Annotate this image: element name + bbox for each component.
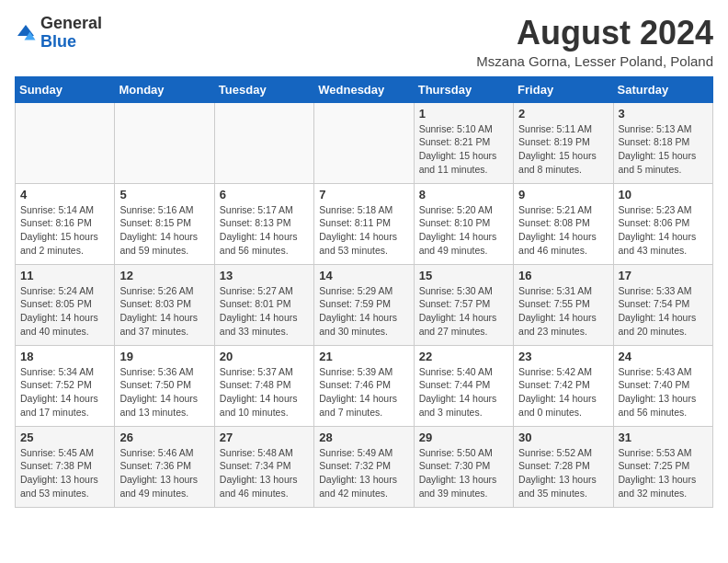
day-cell-31: 31Sunrise: 5:53 AMSunset: 7:25 PMDayligh… xyxy=(613,426,712,507)
day-detail: Sunrise: 5:39 AMSunset: 7:46 PMDaylight:… xyxy=(319,365,408,419)
col-header-tuesday: Tuesday xyxy=(214,76,313,102)
day-cell-27: 27Sunrise: 5:48 AMSunset: 7:34 PMDayligh… xyxy=(214,426,313,507)
day-cell-1: 1Sunrise: 5:10 AMSunset: 8:21 PMDaylight… xyxy=(414,102,513,183)
col-header-thursday: Thursday xyxy=(414,76,513,102)
title-block: August 2024 Mszana Gorna, Lesser Poland,… xyxy=(476,15,713,69)
day-detail: Sunrise: 5:11 AMSunset: 8:19 PMDaylight:… xyxy=(518,122,608,177)
month-year: August 2024 xyxy=(476,15,713,52)
col-header-monday: Monday xyxy=(115,76,214,102)
day-detail: Sunrise: 5:29 AMSunset: 7:59 PMDaylight:… xyxy=(319,284,408,339)
week-row-3: 11Sunrise: 5:24 AMSunset: 8:05 PMDayligh… xyxy=(16,264,713,345)
day-detail: Sunrise: 5:17 AMSunset: 8:13 PMDaylight:… xyxy=(220,203,309,258)
day-number: 2 xyxy=(518,107,608,121)
location: Mszana Gorna, Lesser Poland, Poland xyxy=(476,53,713,69)
week-row-5: 25Sunrise: 5:45 AMSunset: 7:38 PMDayligh… xyxy=(16,426,713,507)
day-detail: Sunrise: 5:45 AMSunset: 7:38 PMDaylight:… xyxy=(20,446,109,500)
day-cell-9: 9Sunrise: 5:21 AMSunset: 8:08 PMDaylight… xyxy=(514,183,613,264)
day-number: 29 xyxy=(419,431,508,444)
day-header-row: SundayMondayTuesdayWednesdayThursdayFrid… xyxy=(16,76,713,102)
day-number: 6 xyxy=(220,188,309,201)
day-number: 10 xyxy=(619,188,708,201)
day-number: 3 xyxy=(619,107,708,121)
day-detail: Sunrise: 5:42 AMSunset: 7:42 PMDaylight:… xyxy=(518,365,608,419)
week-row-2: 4Sunrise: 5:14 AMSunset: 8:16 PMDaylight… xyxy=(16,183,713,264)
day-cell-12: 12Sunrise: 5:26 AMSunset: 8:03 PMDayligh… xyxy=(115,264,214,345)
day-cell-23: 23Sunrise: 5:42 AMSunset: 7:42 PMDayligh… xyxy=(514,345,613,426)
day-detail: Sunrise: 5:23 AMSunset: 8:06 PMDaylight:… xyxy=(619,203,708,258)
day-number: 20 xyxy=(220,350,309,363)
day-number: 15 xyxy=(419,269,508,282)
day-number: 4 xyxy=(20,188,109,201)
day-detail: Sunrise: 5:13 AMSunset: 8:18 PMDaylight:… xyxy=(619,122,708,177)
col-header-saturday: Saturday xyxy=(613,76,712,102)
day-cell-30: 30Sunrise: 5:52 AMSunset: 7:28 PMDayligh… xyxy=(514,426,613,507)
logo: General Blue xyxy=(15,15,102,52)
day-detail: Sunrise: 5:49 AMSunset: 7:32 PMDaylight:… xyxy=(319,446,408,500)
page-header: General Blue August 2024 Mszana Gorna, L… xyxy=(15,15,713,69)
logo-general: General xyxy=(40,14,102,32)
day-cell-empty xyxy=(314,102,414,183)
day-cell-5: 5Sunrise: 5:16 AMSunset: 8:15 PMDaylight… xyxy=(115,183,214,264)
day-detail: Sunrise: 5:18 AMSunset: 8:11 PMDaylight:… xyxy=(319,203,408,258)
day-detail: Sunrise: 5:43 AMSunset: 7:40 PMDaylight:… xyxy=(619,365,708,419)
logo-icon xyxy=(15,22,37,44)
col-header-friday: Friday xyxy=(514,76,613,102)
day-cell-26: 26Sunrise: 5:46 AMSunset: 7:36 PMDayligh… xyxy=(115,426,214,507)
day-cell-17: 17Sunrise: 5:33 AMSunset: 7:54 PMDayligh… xyxy=(613,264,712,345)
day-cell-2: 2Sunrise: 5:11 AMSunset: 8:19 PMDaylight… xyxy=(514,102,613,183)
day-detail: Sunrise: 5:10 AMSunset: 8:21 PMDaylight:… xyxy=(419,122,508,177)
day-cell-15: 15Sunrise: 5:30 AMSunset: 7:57 PMDayligh… xyxy=(414,264,513,345)
day-detail: Sunrise: 5:40 AMSunset: 7:44 PMDaylight:… xyxy=(419,365,508,419)
day-cell-8: 8Sunrise: 5:20 AMSunset: 8:10 PMDaylight… xyxy=(414,183,513,264)
day-detail: Sunrise: 5:20 AMSunset: 8:10 PMDaylight:… xyxy=(419,203,508,258)
day-number: 25 xyxy=(20,431,109,444)
day-cell-29: 29Sunrise: 5:50 AMSunset: 7:30 PMDayligh… xyxy=(414,426,513,507)
day-detail: Sunrise: 5:46 AMSunset: 7:36 PMDaylight:… xyxy=(119,446,209,500)
day-number: 7 xyxy=(319,188,408,201)
day-number: 23 xyxy=(518,350,608,363)
day-cell-4: 4Sunrise: 5:14 AMSunset: 8:16 PMDaylight… xyxy=(16,183,115,264)
day-number: 26 xyxy=(119,431,209,444)
logo-blue: Blue xyxy=(40,32,76,51)
day-number: 24 xyxy=(619,350,708,363)
day-detail: Sunrise: 5:27 AMSunset: 8:01 PMDaylight:… xyxy=(220,284,309,339)
week-row-4: 18Sunrise: 5:34 AMSunset: 7:52 PMDayligh… xyxy=(16,345,713,426)
col-header-wednesday: Wednesday xyxy=(314,76,414,102)
day-number: 14 xyxy=(319,269,408,282)
day-number: 12 xyxy=(119,269,209,282)
day-cell-7: 7Sunrise: 5:18 AMSunset: 8:11 PMDaylight… xyxy=(314,183,414,264)
day-number: 27 xyxy=(220,431,309,444)
day-number: 30 xyxy=(518,431,608,444)
day-number: 8 xyxy=(419,188,508,201)
day-cell-10: 10Sunrise: 5:23 AMSunset: 8:06 PMDayligh… xyxy=(613,183,712,264)
day-detail: Sunrise: 5:14 AMSunset: 8:16 PMDaylight:… xyxy=(20,203,109,258)
day-cell-28: 28Sunrise: 5:49 AMSunset: 7:32 PMDayligh… xyxy=(314,426,414,507)
day-cell-6: 6Sunrise: 5:17 AMSunset: 8:13 PMDaylight… xyxy=(214,183,313,264)
day-detail: Sunrise: 5:26 AMSunset: 8:03 PMDaylight:… xyxy=(119,284,209,339)
day-cell-empty xyxy=(16,102,115,183)
logo-text: General Blue xyxy=(40,15,102,52)
day-detail: Sunrise: 5:37 AMSunset: 7:48 PMDaylight:… xyxy=(220,365,309,419)
day-detail: Sunrise: 5:36 AMSunset: 7:50 PMDaylight:… xyxy=(119,365,209,419)
day-detail: Sunrise: 5:52 AMSunset: 7:28 PMDaylight:… xyxy=(518,446,608,500)
day-cell-empty xyxy=(214,102,313,183)
col-header-sunday: Sunday xyxy=(16,76,115,102)
day-number: 31 xyxy=(619,431,708,444)
day-detail: Sunrise: 5:21 AMSunset: 8:08 PMDaylight:… xyxy=(518,203,608,258)
day-number: 18 xyxy=(20,350,109,363)
calendar-table: SundayMondayTuesdayWednesdayThursdayFrid… xyxy=(15,76,713,508)
day-cell-3: 3Sunrise: 5:13 AMSunset: 8:18 PMDaylight… xyxy=(613,102,712,183)
day-number: 9 xyxy=(518,188,608,201)
day-detail: Sunrise: 5:48 AMSunset: 7:34 PMDaylight:… xyxy=(220,446,309,500)
day-cell-21: 21Sunrise: 5:39 AMSunset: 7:46 PMDayligh… xyxy=(314,345,414,426)
day-number: 13 xyxy=(220,269,309,282)
day-number: 19 xyxy=(119,350,209,363)
day-detail: Sunrise: 5:16 AMSunset: 8:15 PMDaylight:… xyxy=(119,203,209,258)
day-number: 16 xyxy=(518,269,608,282)
day-number: 22 xyxy=(419,350,508,363)
week-row-1: 1Sunrise: 5:10 AMSunset: 8:21 PMDaylight… xyxy=(16,102,713,183)
day-number: 21 xyxy=(319,350,408,363)
day-cell-14: 14Sunrise: 5:29 AMSunset: 7:59 PMDayligh… xyxy=(314,264,414,345)
day-cell-22: 22Sunrise: 5:40 AMSunset: 7:44 PMDayligh… xyxy=(414,345,513,426)
day-cell-19: 19Sunrise: 5:36 AMSunset: 7:50 PMDayligh… xyxy=(115,345,214,426)
